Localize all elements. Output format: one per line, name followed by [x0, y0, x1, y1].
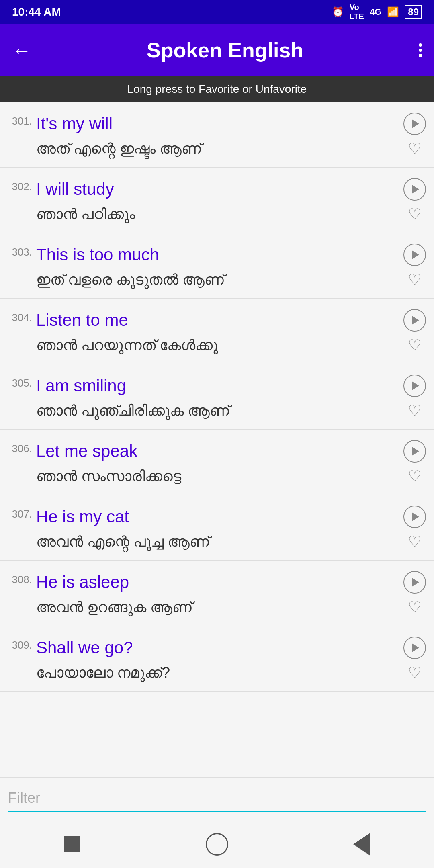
dot1 — [419, 43, 422, 47]
item-malayalam: ഞാൻ പഠിക്കും — [36, 206, 403, 223]
bottom-nav — [0, 820, 434, 868]
english-row: 301. It's my will — [0, 110, 434, 137]
favorite-button[interactable]: ♡ — [403, 203, 426, 225]
english-row: 304. Listen to me — [0, 307, 434, 334]
item-english: He is my cat — [36, 507, 403, 526]
play-button[interactable] — [403, 637, 426, 659]
network-4g-icon: 4G — [370, 7, 381, 17]
list-item: 304. Listen to me ഞാൻ പറയുന്നത് കേൾക്കൂ … — [0, 299, 434, 364]
item-malayalam: അവൻ ഉറങ്ങുക ആണ് — [36, 599, 403, 616]
status-bar: 10:44 AM ⏰ VoLTE 4G 📶 89 — [0, 0, 434, 24]
dot3 — [419, 54, 422, 57]
circle-icon — [206, 833, 228, 856]
play-button[interactable] — [403, 178, 426, 201]
english-row: 307. He is my cat — [0, 503, 434, 530]
item-english: Listen to me — [36, 311, 403, 330]
item-number: 309. — [4, 637, 36, 651]
dot2 — [419, 49, 422, 52]
play-button[interactable] — [403, 506, 426, 528]
malayalam-row: അവൻ എന്റെ പൂച്ച ആണ് ♡ — [0, 530, 434, 556]
item-malayalam: അവൻ എന്റെ പൂച്ച ആണ് — [36, 533, 403, 550]
list-item: 302. I will study ഞാൻ പഠിക്കും ♡ — [0, 168, 434, 233]
english-row: 306. Let me speak — [0, 438, 434, 465]
play-button[interactable] — [403, 113, 426, 135]
alarm-icon: ⏰ — [332, 6, 344, 18]
status-icons: ⏰ VoLTE 4G 📶 89 — [332, 3, 422, 21]
list-item: 307. He is my cat അവൻ എന്റെ പൂച്ച ആണ് ♡ — [0, 495, 434, 561]
english-row: 305. I am smiling — [0, 372, 434, 399]
favorite-button[interactable]: ♡ — [403, 334, 426, 356]
play-button[interactable] — [403, 244, 426, 266]
english-row: 303. This is too much — [0, 241, 434, 268]
list-item: 305. I am smiling ഞാൻ പുഞ്ചിരിക്കുക ആണ് … — [0, 364, 434, 430]
english-row: 309. Shall we go? — [0, 634, 434, 661]
malayalam-row: അവൻ ഉറങ്ങുക ആണ് ♡ — [0, 596, 434, 622]
favorite-button[interactable]: ♡ — [403, 596, 426, 618]
battery-icon: 89 — [405, 5, 422, 19]
item-number: 303. — [4, 244, 36, 258]
volte-icon: VoLTE — [350, 3, 364, 21]
item-malayalam: ഞാൻ സംസാരിക്കട്ടെ — [36, 468, 403, 485]
nav-home-button[interactable] — [201, 828, 233, 860]
hint-bar: Long press to Favorite or Unfavorite — [0, 76, 434, 102]
favorite-button[interactable]: ♡ — [403, 268, 426, 291]
app-title: Spoken English — [43, 38, 407, 62]
play-button[interactable] — [403, 440, 426, 463]
item-english: This is too much — [36, 245, 403, 264]
item-number: 308. — [4, 571, 36, 586]
item-number: 307. — [4, 506, 36, 520]
list-item: 308. He is asleep അവൻ ഉറങ്ങുക ആണ് ♡ — [0, 561, 434, 626]
malayalam-row: ഞാൻ പുഞ്ചിരിക്കുക ആണ് ♡ — [0, 399, 434, 425]
malayalam-row: അത് എന്റെ ഇഷ്ടം ആണ് ♡ — [0, 137, 434, 163]
more-options-button[interactable] — [419, 43, 422, 57]
favorite-button[interactable]: ♡ — [403, 399, 426, 422]
item-malayalam: ഞാൻ പുഞ്ചിരിക്കുക ആണ് — [36, 402, 403, 419]
english-row: 302. I will study — [0, 176, 434, 203]
play-button[interactable] — [403, 375, 426, 397]
item-malayalam: അത് എന്റെ ഇഷ്ടം ആണ് — [36, 140, 403, 157]
item-malayalam: ഇത് വളരെ കൂടുതൽ ആണ് — [36, 271, 403, 288]
item-number: 304. — [4, 309, 36, 324]
back-button[interactable]: ← — [12, 39, 31, 61]
phrase-list: 301. It's my will അത് എന്റെ ഇഷ്ടം ആണ് ♡ … — [0, 102, 434, 777]
item-malayalam: പോയാലോ നമുക്ക്? — [36, 664, 403, 681]
favorite-button[interactable]: ♡ — [403, 661, 426, 684]
triangle-icon — [353, 833, 370, 856]
filter-input[interactable] — [8, 786, 426, 812]
item-english: It's my will — [36, 114, 403, 133]
nav-back-button[interactable] — [346, 828, 378, 860]
item-english: Let me speak — [36, 442, 403, 461]
favorite-button[interactable]: ♡ — [403, 465, 426, 487]
nav-recent-button[interactable] — [56, 828, 88, 860]
play-button[interactable] — [403, 309, 426, 332]
item-english: He is asleep — [36, 573, 403, 592]
malayalam-row: ഞാൻ പഠിക്കും ♡ — [0, 203, 434, 229]
item-number: 302. — [4, 178, 36, 193]
signal-icon: 📶 — [387, 6, 399, 18]
malayalam-row: ഞാൻ പറയുന്നത് കേൾക്കൂ ♡ — [0, 334, 434, 360]
item-number: 301. — [4, 113, 36, 127]
favorite-button[interactable]: ♡ — [403, 137, 426, 160]
item-number: 306. — [4, 440, 36, 455]
status-time: 10:44 AM — [12, 6, 61, 18]
app-bar: ← Spoken English — [0, 24, 434, 76]
list-item: 306. Let me speak ഞാൻ സംസാരിക്കട്ടെ ♡ — [0, 430, 434, 495]
list-item: 301. It's my will അത് എന്റെ ഇഷ്ടം ആണ് ♡ — [0, 102, 434, 168]
item-malayalam: ഞാൻ പറയുന്നത് കേൾക്കൂ — [36, 337, 403, 354]
item-english: I am smiling — [36, 376, 403, 395]
list-item: 309. Shall we go? പോയാലോ നമുക്ക്? ♡ — [0, 626, 434, 692]
square-icon — [64, 836, 80, 852]
english-row: 308. He is asleep — [0, 569, 434, 596]
item-english: Shall we go? — [36, 638, 403, 657]
malayalam-row: ഇത് വളരെ കൂടുതൽ ആണ് ♡ — [0, 268, 434, 294]
list-item: 303. This is too much ഇത് വളരെ കൂടുതൽ ആണ… — [0, 233, 434, 299]
item-number: 305. — [4, 375, 36, 389]
favorite-button[interactable]: ♡ — [403, 530, 426, 553]
play-button[interactable] — [403, 571, 426, 594]
malayalam-row: പോയാലോ നമുക്ക്? ♡ — [0, 661, 434, 687]
malayalam-row: ഞാൻ സംസാരിക്കട്ടെ ♡ — [0, 465, 434, 491]
filter-bar — [0, 777, 434, 820]
item-english: I will study — [36, 180, 403, 199]
